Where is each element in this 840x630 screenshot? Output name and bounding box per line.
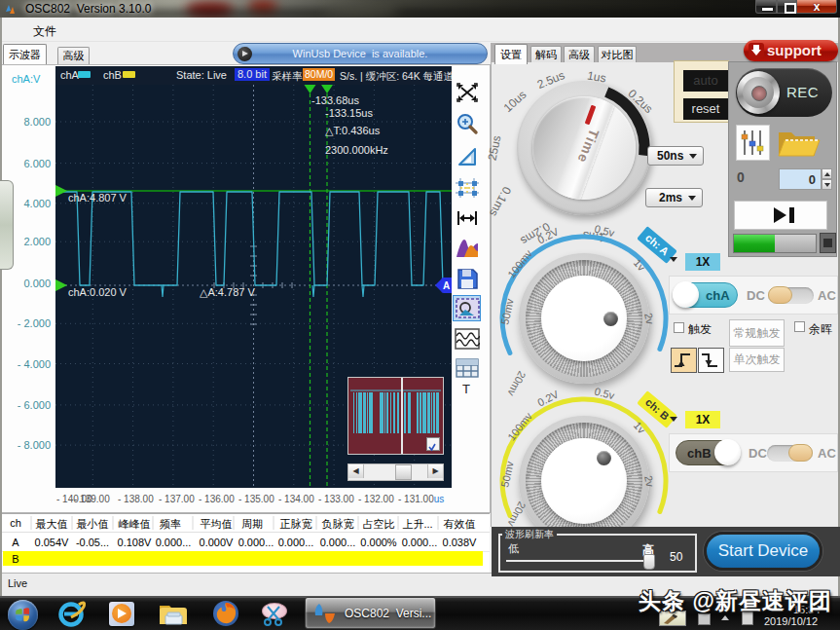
svg-text:△T:0.436us: △T:0.436us: [325, 125, 381, 136]
svg-text:2300.000kHz: 2300.000kHz: [325, 144, 388, 156]
svg-text:-133.68us: -133.68us: [311, 94, 359, 106]
svg-text:chA:4.807 V: chA:4.807 V: [68, 192, 128, 204]
svg-text:-133.15us: -133.15us: [325, 107, 373, 119]
svg-text:A: A: [443, 280, 450, 291]
svg-text:△A:4.787 V: △A:4.787 V: [200, 286, 255, 298]
svg-text:chA:0.020 V: chA:0.020 V: [68, 286, 128, 298]
